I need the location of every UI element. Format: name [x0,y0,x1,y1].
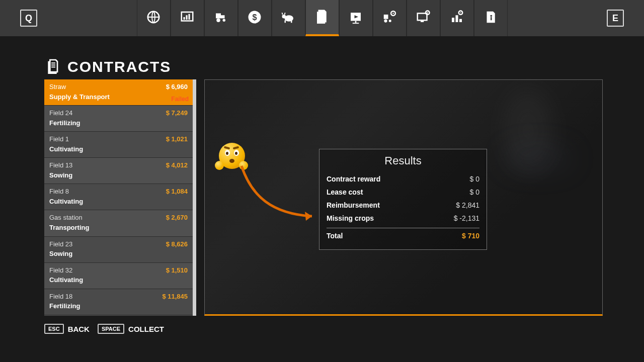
next-tab-key[interactable]: E [607,10,624,27]
contract-task: Sowing [49,249,188,258]
esc-key-icon: ESC [44,324,64,334]
results-row-label: Missing crops [327,214,374,222]
collect-button[interactable]: SPACE COLLECT [98,324,164,334]
svg-point-26 [392,13,394,14]
total-value: $ 710 [462,232,479,240]
contract-task: Cultivating [49,145,188,154]
nav-tab-contracts-icon[interactable] [305,0,339,36]
svg-rect-16 [320,15,324,16]
contract-item[interactable]: Field 25$ 8,427Sowing [44,315,193,316]
page-header: CONTRACTS [45,58,171,76]
contract-field: Field 23 [49,240,72,249]
contract-price: $ 1,021 [166,135,188,144]
contract-field: Field 8 [49,187,69,196]
svg-rect-15 [320,13,324,14]
results-row: Contract reward$ 0 [327,172,479,186]
results-row-value: $ 0 [470,188,479,196]
contract-price: $ 1,510 [166,266,188,275]
contract-field: Field 1 [49,135,69,144]
divider [327,228,479,228]
svg-rect-27 [418,14,427,21]
svg-point-30 [427,12,428,13]
svg-rect-5 [216,14,221,19]
results-row: Reimbursement$ 2,841 [327,199,479,212]
svg-rect-39 [51,64,55,65]
nav-tab-vehicle-settings-icon[interactable] [373,0,407,36]
results-row: Lease cost$ 0 [327,186,479,199]
contracts-icon [45,58,61,76]
page-title: CONTRACTS [67,58,171,75]
svg-rect-6 [221,15,225,18]
contract-field: Field 24 [49,109,72,118]
contract-item[interactable]: Field 8$ 1,084Cultivating [44,184,193,210]
results-row-value: $ -2,131 [454,214,479,222]
contract-price: $ 4,012 [166,161,188,170]
back-label: BACK [68,325,90,333]
nav-tab-animals-icon[interactable] [272,0,305,36]
results-row-label: Reimbursement [327,201,380,209]
contract-field: Field 32 [49,266,72,275]
results-title: Results [327,154,479,167]
results-row-value: $ 2,841 [456,201,479,209]
nav-tab-vehicles-icon[interactable] [204,0,238,36]
contracts-icon [314,9,330,26]
svg-marker-41 [305,212,312,221]
nav-tab-tutorial-icon[interactable] [339,0,373,36]
svg-point-8 [223,19,226,22]
contract-field: Gas station [49,213,83,222]
map-icon [146,10,161,27]
svg-rect-2 [184,17,185,20]
space-key-icon: SPACE [98,324,124,334]
contract-item[interactable]: Gas station$ 2,670Transporting [44,210,193,236]
svg-rect-40 [51,66,55,67]
nav-tab-stats-icon[interactable] [171,0,204,36]
vehicle-settings-icon [382,10,397,27]
contract-item[interactable]: Field 23$ 8,626Sowing [44,237,193,263]
prev-tab-key[interactable]: Q [20,10,37,27]
nav-tab-map-icon[interactable] [137,0,171,36]
svg-point-24 [389,20,391,22]
contract-price: $ 2,670 [166,213,188,222]
svg-point-35 [460,12,461,13]
stats-icon [180,10,195,27]
nav-tab-info-icon[interactable] [474,0,508,36]
svg-rect-28 [421,20,424,22]
contract-item[interactable]: Field 13$ 4,012Sowing [44,158,193,184]
contract-task: Cultivating [49,197,188,206]
top-menu-bar: Q $ E [0,0,644,38]
svg-rect-37 [491,17,492,20]
results-row-value: $ 0 [470,175,479,183]
svg-rect-4 [189,14,190,20]
svg-point-14 [282,15,286,19]
nav-tab-finance-icon[interactable]: $ [238,0,272,36]
svg-point-23 [384,19,387,22]
contract-task: Sowing [49,171,188,180]
svg-rect-17 [320,17,324,18]
svg-rect-33 [459,19,462,22]
results-row: Missing crops$ -2,131 [327,212,479,225]
results-row-label: Lease cost [327,188,363,196]
contract-price: $ 11,845 [162,292,188,301]
svg-rect-13 [291,20,292,23]
contract-item[interactable]: Field 24$ 7,249Fertilizing [44,106,193,132]
back-button[interactable]: ESC BACK [44,324,90,334]
contract-item[interactable]: Field 18$ 11,845Fertilizing [44,289,193,315]
results-row-label: Contract reward [327,175,380,183]
contract-item[interactable]: Field 32$ 1,510Cultivating [44,263,193,289]
contract-price: $ 6,960 [166,82,188,92]
svg-rect-31 [452,18,454,22]
contract-field: Field 13 [49,161,72,170]
nav-tabs: $ [137,0,508,36]
contract-status: Failed [171,95,189,103]
svg-rect-19 [355,21,357,23]
contract-item[interactable]: Field 1$ 1,021Cultivating [44,132,193,158]
nav-tab-game-settings-icon[interactable] [440,0,474,36]
contract-list[interactable]: Straw$ 6,960Supply & TransportFailedFiel… [44,79,196,316]
svg-rect-32 [456,15,458,22]
contract-task: Cultivating [49,276,188,285]
info-icon [483,10,498,27]
contract-task: Fertilizing [49,119,188,128]
contract-item[interactable]: Straw$ 6,960Supply & TransportFailed [44,79,193,106]
finance-icon: $ [247,10,262,27]
nav-tab-display-settings-icon[interactable] [407,0,440,36]
